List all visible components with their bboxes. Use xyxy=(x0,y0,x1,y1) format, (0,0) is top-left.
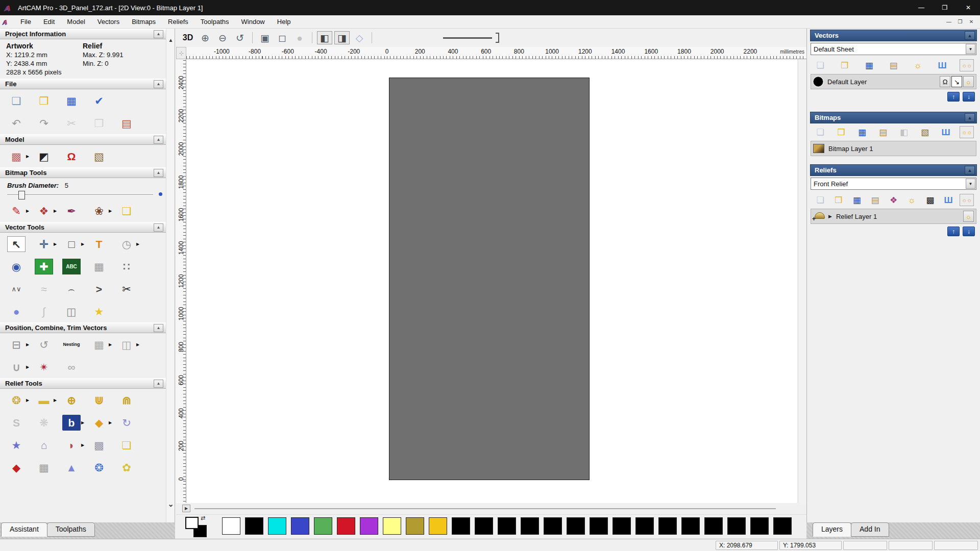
panel-tab[interactable]: Toolpaths xyxy=(47,522,95,537)
paint-brush-icon[interactable]: ✎▶ xyxy=(7,203,30,219)
zoom-previous-icon[interactable]: ↺ xyxy=(232,31,248,44)
delete-vector-layer-icon[interactable]: Ш xyxy=(935,59,949,71)
two-rail-sweep-icon[interactable]: ⌂ xyxy=(35,437,58,453)
isolate-relief-icon[interactable]: ▲ xyxy=(62,460,85,475)
offset-relief-icon[interactable]: ◆▶ xyxy=(90,415,113,431)
zoom-box-icon[interactable]: ▣ xyxy=(257,31,273,44)
merge-lowest-icon[interactable]: ⋒ xyxy=(117,392,140,408)
save-bitmap-layer-icon[interactable]: ▦ xyxy=(855,126,869,138)
merge-bitmap-layers-icon[interactable]: ▤ xyxy=(876,126,890,138)
primary-colour-swatch[interactable] xyxy=(185,517,199,529)
palette-swatch[interactable] xyxy=(406,517,424,535)
palette-icon[interactable]: ❀▶ xyxy=(90,203,113,219)
undo-icon[interactable]: ↶ xyxy=(7,115,30,131)
merge-highest-icon[interactable]: ⋓ xyxy=(90,392,113,408)
palette-swatch[interactable] xyxy=(429,517,447,535)
canvas-horizontal-scrollbar[interactable]: ▶ xyxy=(176,503,806,514)
mirror-vectors-icon[interactable]: ◫ xyxy=(62,304,85,319)
palette-swatch[interactable] xyxy=(222,517,240,535)
relief-from-bitmap-icon[interactable]: b▶ xyxy=(62,415,85,431)
brush-diameter-slider[interactable] xyxy=(7,190,153,199)
block-copy-icon[interactable]: ▦▶ xyxy=(90,337,113,353)
measure-icon[interactable]: ◷▶ xyxy=(117,236,140,252)
collapse-button[interactable]: ▲ xyxy=(965,166,975,174)
tape-measure-icon[interactable]: ◉ xyxy=(7,259,30,274)
greyscale-relief-icon[interactable]: ▩ xyxy=(923,194,937,206)
palette-swatch[interactable] xyxy=(635,517,654,535)
copy-icon[interactable]: ❐ xyxy=(90,115,113,131)
menu-item[interactable]: Edit xyxy=(37,16,61,28)
palette-swatch[interactable] xyxy=(544,517,562,535)
transform-vectors-icon[interactable]: ✛▶ xyxy=(35,236,58,252)
mdi-restore-button[interactable]: ❐ xyxy=(954,17,966,27)
sheet-select[interactable]: Default Sheet ▼ xyxy=(811,43,976,55)
text-on-curve-icon[interactable]: ↺ xyxy=(35,337,58,353)
interlock-vectors-icon[interactable]: ∞ xyxy=(62,359,85,375)
menu-item[interactable]: Model xyxy=(61,16,91,28)
chevron-down-icon[interactable]: ▼ xyxy=(966,179,975,189)
palette-swatch[interactable] xyxy=(452,517,470,535)
create-polyline-icon[interactable]: ∧∨ xyxy=(7,281,30,297)
assistant-scrollbar[interactable]: ▲ ⌄ xyxy=(166,29,175,522)
open-model-icon[interactable]: ❒ xyxy=(35,93,58,109)
new-model-icon[interactable]: ❏ xyxy=(7,93,30,109)
mdi-minimize-button[interactable]: — xyxy=(943,17,954,27)
artwork-panel[interactable] xyxy=(389,78,590,480)
expand-icon[interactable]: ▶ xyxy=(828,214,832,219)
canvas-vertical-scrollbar[interactable] xyxy=(798,59,806,503)
create-text-icon[interactable]: T xyxy=(90,236,113,252)
merge-vector-layers-icon[interactable]: ▤ xyxy=(886,59,900,71)
scroll-right-icon[interactable]: ▶ xyxy=(182,505,190,512)
zoom-drawing-icon[interactable]: ◻ xyxy=(275,31,290,44)
create-rectangle-icon[interactable]: □▶ xyxy=(62,236,85,252)
sketch-lines-icon[interactable]: ∫ xyxy=(35,304,58,319)
vector-layer-row[interactable]: Default Layer Ω ↘ ☼ xyxy=(811,74,976,89)
new-vector-layer-icon[interactable]: ❏ xyxy=(813,59,827,71)
align-vectors-icon[interactable]: ⊟▶ xyxy=(7,337,30,353)
text-block-icon[interactable]: ABC xyxy=(62,259,85,274)
slider-handle[interactable] xyxy=(18,191,25,199)
palette-swatch[interactable] xyxy=(704,517,723,535)
model-properties-icon[interactable]: ✔ xyxy=(90,93,113,109)
zoom-out-icon[interactable]: ⊖ xyxy=(215,31,230,44)
trim-vectors-icon[interactable]: ✂ xyxy=(117,281,140,297)
visibility-bulb-icon[interactable]: ☼ xyxy=(963,211,974,222)
view-3d-button[interactable]: 3D xyxy=(180,31,195,44)
chevron-down-icon[interactable]: ▼ xyxy=(966,44,975,54)
collapse-button[interactable]: ▲ xyxy=(154,80,163,88)
transfer-relief-icon[interactable]: ❖ xyxy=(887,194,901,206)
palette-swatch[interactable] xyxy=(314,517,332,535)
show-all-relief-layers-icon[interactable]: ☼☼ xyxy=(960,194,974,206)
menu-item[interactable]: File xyxy=(14,16,37,28)
palette-swatch[interactable] xyxy=(773,517,792,535)
scroll-up-icon[interactable]: ▲ xyxy=(167,36,175,44)
create-dome-icon[interactable]: ● xyxy=(7,304,30,319)
bitmap-eraser-icon[interactable]: ▧ xyxy=(90,148,113,164)
paste-icon[interactable]: ▤ xyxy=(117,115,140,131)
sphere-relief-icon[interactable]: ❂ xyxy=(90,460,113,475)
palette-swatch[interactable] xyxy=(590,517,608,535)
palette-swatch[interactable] xyxy=(383,517,401,535)
flood-fill-icon[interactable]: ❖▶ xyxy=(35,203,58,219)
slider-handle[interactable] xyxy=(496,33,499,43)
edit-model-icon[interactable]: ▩▶ xyxy=(7,148,30,164)
collapse-button[interactable]: ▲ xyxy=(965,113,975,122)
face-wizard-icon[interactable]: ✿ xyxy=(117,460,140,475)
zoom-objects-icon[interactable]: ● xyxy=(292,31,307,44)
extrude-icon[interactable]: ◗▶ xyxy=(62,437,85,453)
show-all-vector-layers-icon[interactable]: ☼☼ xyxy=(960,59,974,71)
new-bitmap-layer-icon[interactable]: ❏ xyxy=(813,126,827,138)
menu-item[interactable]: Toolpaths xyxy=(194,16,235,28)
nesting-icon[interactable]: Nesting xyxy=(62,337,85,353)
collapse-button[interactable]: ▲ xyxy=(965,31,975,40)
greyscale-bitmap-icon[interactable]: ◧ xyxy=(897,126,911,138)
restore-button[interactable]: ❐ xyxy=(933,0,957,15)
palette-swatch[interactable] xyxy=(337,517,355,535)
drawing-canvas[interactable] xyxy=(186,59,797,503)
minimize-button[interactable]: — xyxy=(910,0,933,15)
palette-swatch[interactable] xyxy=(567,517,585,535)
collapse-button[interactable]: ▲ xyxy=(154,380,163,388)
menu-item[interactable]: Help xyxy=(271,16,297,28)
block-paste-icon[interactable]: ∷ xyxy=(117,259,140,274)
relief-layer-row[interactable]: + ▶ Relief Layer 1 ☼ xyxy=(811,209,976,224)
